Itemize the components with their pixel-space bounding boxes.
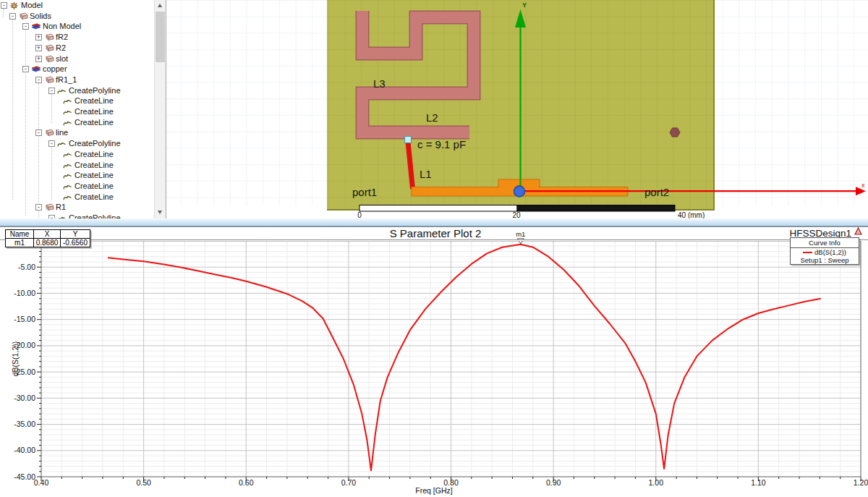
- tree-item-label[interactable]: Solids: [30, 12, 51, 20]
- svg-text:-15.00: -15.00: [14, 315, 35, 323]
- expand-toggle-icon[interactable]: +: [35, 56, 42, 62]
- solid-icon: [44, 203, 55, 212]
- svg-text:0.70: 0.70: [341, 478, 357, 487]
- capacitor-square[interactable]: [405, 137, 412, 143]
- tree-item-fr2[interactable]: +fR2: [0, 33, 154, 43]
- tree-item-createline[interactable]: CreateLine: [0, 171, 154, 181]
- design-icon: [855, 228, 861, 234]
- tree-item-label[interactable]: CreateLine: [75, 182, 114, 190]
- collapse-toggle-icon[interactable]: -: [35, 204, 42, 211]
- modeler-3d-view[interactable]: Y x 0 20 40 (mm) L3 L2 L1 c = 9.1 pF po: [166, 0, 868, 218]
- tree-item-label[interactable]: copper: [43, 64, 67, 73]
- solid-icon: [44, 33, 55, 42]
- tree-item-label[interactable]: CreateLine: [75, 171, 114, 179]
- collapse-toggle-icon[interactable]: -: [35, 77, 42, 83]
- tree-item-label[interactable]: slot: [56, 54, 68, 63]
- svg-text:-5.00: -5.00: [18, 263, 35, 271]
- scrollbar-thumb[interactable]: [156, 12, 165, 62]
- collapse-toggle-icon[interactable]: -: [22, 23, 29, 30]
- marker-table-header: Name: [6, 230, 34, 239]
- tree-item-label[interactable]: CreatePolyline: [69, 86, 121, 95]
- expand-toggle-icon[interactable]: +: [35, 45, 42, 51]
- tree-item-createline[interactable]: CreateLine: [0, 118, 154, 128]
- axis-tick-labels: 0.400.500.600.700.800.901.001.101.20-5.0…: [14, 263, 868, 487]
- tree-item-r2[interactable]: +R2: [0, 43, 154, 54]
- tree-item-createline[interactable]: CreateLine: [0, 192, 154, 203]
- tree-item-slot[interactable]: +slot: [0, 54, 154, 64]
- ruler-tick-20: 20: [512, 211, 521, 218]
- solid-icon: [44, 76, 55, 85]
- ruler-tick-0: 0: [357, 211, 362, 218]
- project-icon: [9, 1, 20, 10]
- collapse-toggle-icon[interactable]: -: [48, 88, 55, 94]
- tree-scrollbar[interactable]: [154, 0, 166, 218]
- tree-item-createline[interactable]: CreateLine: [0, 96, 154, 106]
- svg-text:0.60: 0.60: [239, 478, 254, 487]
- tree-item-r1[interactable]: -R1: [0, 203, 154, 213]
- via-point[interactable]: [670, 128, 680, 137]
- tree-item-model[interactable]: -Model: [0, 1, 154, 11]
- tree-item-non-model[interactable]: -Non Model: [0, 22, 154, 32]
- sheets-icon: [31, 65, 42, 74]
- collapse-toggle-icon[interactable]: -: [48, 140, 55, 147]
- model-tree-panel: -Model-Solids-Non Model+fR2+R2+slot-copp…: [0, 0, 166, 218]
- marker-y-value: -0.6560: [61, 239, 90, 247]
- l3-label: L3: [373, 77, 386, 90]
- collapse-toggle-icon[interactable]: -: [22, 66, 29, 72]
- tree-item-label[interactable]: CreateLine: [75, 107, 114, 116]
- marker-table: Name X Y m1 0.8680 -0.6560: [5, 229, 90, 247]
- tree-item-createpolyline[interactable]: -CreatePolyline: [0, 86, 154, 96]
- svg-text:0.40: 0.40: [34, 478, 49, 487]
- report-window: 0.400.500.600.700.800.901.001.101.20-5.0…: [0, 226, 868, 497]
- marker-label: m1: [516, 230, 525, 238]
- x-axis-title: Freq [GHz]: [415, 486, 452, 495]
- collapse-toggle-icon[interactable]: -: [9, 13, 16, 20]
- tree-item-createpolyline[interactable]: -CreatePolyline: [0, 139, 154, 149]
- tree-item-label[interactable]: fR1_1: [56, 75, 77, 84]
- panel-splitter[interactable]: [0, 218, 868, 226]
- tree-item-label[interactable]: CreateLine: [75, 96, 114, 105]
- tree-item-label[interactable]: Model: [21, 1, 43, 9]
- svg-text:1.00: 1.00: [649, 478, 664, 487]
- ruler-tick-40: 40 (mm): [678, 211, 705, 218]
- svg-text:-35.00: -35.00: [14, 420, 35, 428]
- tree-item-label[interactable]: CreateLine: [75, 192, 114, 201]
- polyline-icon: [63, 182, 74, 191]
- tree-item-label[interactable]: fR2: [56, 33, 68, 41]
- tree-item-label[interactable]: R1: [56, 203, 66, 211]
- capacitance-label: c = 9.1 pF: [417, 138, 466, 150]
- svg-text:0.90: 0.90: [546, 478, 561, 487]
- tree-item-label[interactable]: CreateLine: [75, 118, 114, 127]
- tree-item-line[interactable]: -line: [0, 128, 154, 138]
- solid-icon: [44, 44, 55, 53]
- tree-item-label[interactable]: CreatePolyline: [69, 139, 121, 148]
- collapse-toggle-icon[interactable]: -: [1, 2, 7, 9]
- tree-item-label[interactable]: CreateLine: [75, 161, 114, 169]
- svg-text:1.10: 1.10: [751, 478, 766, 487]
- tree-item-copper[interactable]: -copper: [0, 64, 154, 75]
- polyline-icon: [57, 140, 68, 148]
- expand-toggle-icon[interactable]: +: [35, 34, 42, 41]
- svg-text:-30.00: -30.00: [14, 394, 35, 402]
- tree-item-fr1-1[interactable]: -fR1_1: [0, 75, 154, 85]
- origin-point[interactable]: [514, 186, 525, 197]
- tree-item-label[interactable]: line: [56, 128, 68, 137]
- plot-canvas[interactable]: 0.400.500.600.700.800.901.001.101.20-5.0…: [0, 227, 868, 497]
- collapse-toggle-icon[interactable]: -: [35, 129, 42, 136]
- tree-item-label[interactable]: CreatePolyline: [69, 213, 121, 218]
- arrow-up-icon: [158, 4, 162, 7]
- marker-m1[interactable]: m1: [516, 230, 525, 244]
- tree-item-label[interactable]: R2: [56, 43, 66, 52]
- tree-item-solids[interactable]: -Solids: [0, 12, 154, 22]
- tree-item-createline[interactable]: CreateLine: [0, 182, 154, 192]
- scroll-down-button[interactable]: [155, 207, 166, 218]
- tree-item-createline[interactable]: CreateLine: [0, 161, 154, 171]
- tree-item-createline[interactable]: CreateLine: [0, 107, 154, 117]
- marker-name: m1: [6, 239, 34, 247]
- tree-item-label[interactable]: CreateLine: [75, 150, 114, 158]
- tree-item-createline[interactable]: CreateLine: [0, 150, 154, 160]
- tree-item-label[interactable]: Non Model: [43, 22, 81, 30]
- curve-info-legend: Curve Info dB(S(1,2)) Setup1 : Sweep: [790, 237, 859, 265]
- tree-item-createpolyline[interactable]: -CreatePolyline: [0, 213, 154, 218]
- scroll-up-button[interactable]: [155, 0, 166, 11]
